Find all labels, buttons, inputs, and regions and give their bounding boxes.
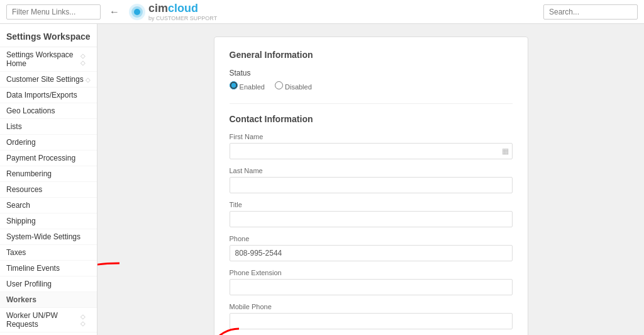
sidebar-item-ordering[interactable]: Ordering: [0, 135, 97, 150]
sidebar-item-customer-site[interactable]: Customer Site Settings ◇: [0, 72, 97, 88]
back-button[interactable]: ←: [106, 5, 123, 19]
content-area: General Information Status Enabled Disab…: [97, 24, 644, 335]
first-name-input[interactable]: [230, 143, 513, 159]
sidebar-item-user-profiling[interactable]: User Profiling: [0, 276, 97, 292]
title-label: Title: [230, 201, 513, 208]
sidebar-item-timeline[interactable]: Timeline Events: [0, 261, 97, 276]
filter-menu-input[interactable]: [6, 4, 101, 20]
arrow-annotation-workers: [97, 260, 123, 287]
sidebar-item-search[interactable]: Search: [0, 198, 97, 213]
logo-text: cimcloud: [148, 2, 217, 15]
logo-subtitle: by CUSTOMER SUPPORT: [148, 15, 217, 21]
sidebar-item-workers[interactable]: Workers + ◇: [0, 332, 97, 335]
last-name-label: Last Name: [230, 167, 513, 174]
sidebar-item-resources[interactable]: Resources: [0, 182, 97, 198]
phone-label: Phone: [230, 235, 513, 242]
sidebar-item-taxes[interactable]: Taxes: [0, 245, 97, 261]
phone-input[interactable]: [230, 245, 513, 261]
first-name-label: First Name: [230, 133, 513, 140]
content-wrapper: General Information Status Enabled Disab…: [110, 37, 631, 335]
sidebar-title: Settings Workspace: [0, 24, 97, 47]
last-name-input[interactable]: [230, 177, 513, 193]
status-disabled-radio[interactable]: [275, 81, 283, 89]
mobile-phone-label: Mobile Phone: [230, 303, 513, 310]
first-name-input-wrapper: ▦: [230, 143, 513, 159]
sidebar-item-payment[interactable]: Payment Processing: [0, 150, 97, 166]
phone-ext-label: Phone Extension: [230, 269, 513, 276]
sidebar-item-lists[interactable]: Lists: [0, 119, 97, 135]
status-disabled-option[interactable]: Disabled: [275, 81, 312, 91]
top-navigation: ← cimcloud by CUSTOMER SUPPORT: [0, 0, 644, 24]
form-panel: General Information Status Enabled Disab…: [214, 37, 528, 335]
phone-ext-group: Phone Extension: [230, 269, 513, 295]
sidebar-section-workers: Workers: [0, 292, 97, 308]
svg-point-2: [134, 9, 140, 15]
sidebar-item-worker-unpw[interactable]: Worker UN/PW Requests ◇ ◇: [0, 308, 97, 332]
sidebar-item-workspace-home[interactable]: Settings Workspace Home ◇ ◇: [0, 47, 97, 72]
sidebar-item-geo[interactable]: Geo Locations: [0, 103, 97, 119]
phone-ext-input[interactable]: [230, 279, 513, 295]
status-group: Status Enabled Disabled: [230, 69, 513, 93]
title-input[interactable]: [230, 211, 513, 227]
phone-group: Phone: [230, 235, 513, 261]
main-layout: Settings Workspace Settings Workspace Ho…: [0, 24, 644, 335]
mobile-phone-input[interactable]: [230, 313, 513, 329]
status-label: Status: [230, 69, 513, 77]
section-divider: [230, 103, 513, 104]
sidebar-item-system-wide[interactable]: System-Wide Settings: [0, 229, 97, 245]
status-enabled-option[interactable]: Enabled: [230, 81, 265, 91]
first-name-group: First Name ▦: [230, 133, 513, 159]
logo-area: cimcloud by CUSTOMER SUPPORT: [128, 2, 538, 21]
general-info-title: General Information: [230, 50, 513, 60]
sidebar: Settings Workspace Settings Workspace Ho…: [0, 24, 97, 335]
status-radio-group: Enabled Disabled: [230, 81, 513, 93]
contact-info-title: Contact Information: [230, 114, 513, 124]
mobile-phone-group: Mobile Phone: [230, 303, 513, 329]
top-search-input[interactable]: [543, 4, 638, 20]
last-name-group: Last Name: [230, 167, 513, 193]
sidebar-item-data-imports[interactable]: Data Imports/Exports: [0, 88, 97, 103]
logo-icon: [128, 3, 146, 21]
title-group: Title: [230, 201, 513, 227]
sidebar-item-renumbering[interactable]: Renumbering: [0, 166, 97, 182]
calendar-icon: ▦: [502, 147, 509, 156]
sidebar-item-shipping[interactable]: Shipping: [0, 213, 97, 229]
status-enabled-radio[interactable]: [230, 81, 238, 89]
